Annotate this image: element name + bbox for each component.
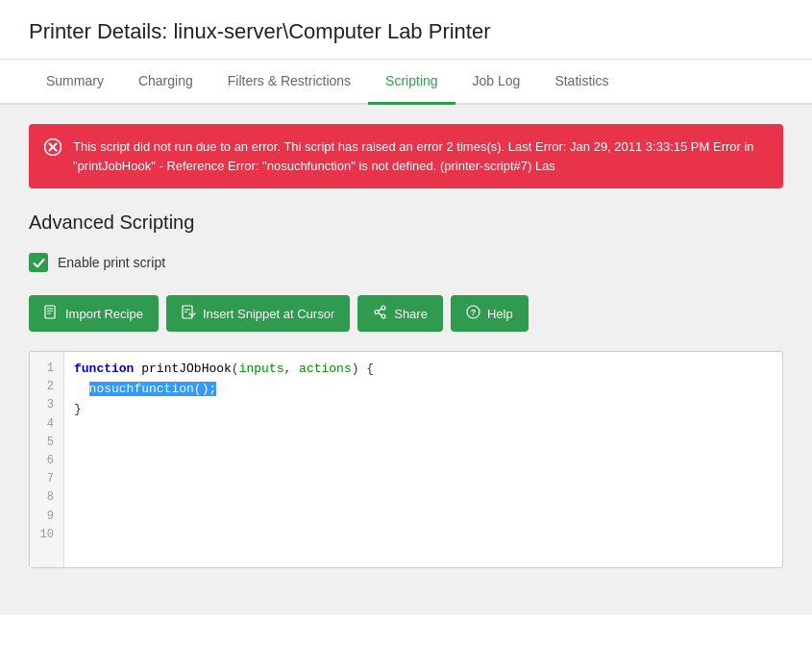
tab-summary[interactable]: Summary: [29, 60, 121, 105]
tab-statistics[interactable]: Statistics: [537, 60, 626, 105]
code-line-1: function printJObHook(inputs, actions) {: [74, 360, 773, 380]
help-icon: ?: [466, 305, 480, 322]
tab-charging[interactable]: Charging: [121, 60, 210, 105]
enable-print-script-checkbox[interactable]: [29, 253, 48, 272]
svg-line-13: [379, 309, 381, 312]
code-content[interactable]: function printJObHook(inputs, actions) {…: [64, 352, 782, 567]
page-wrapper: Printer Details: linux-server\Computer L…: [0, 0, 812, 648]
content-area: This script did not run due to an error.…: [0, 105, 812, 614]
svg-line-14: [379, 313, 381, 316]
help-label: Help: [487, 307, 513, 321]
share-icon: [373, 305, 387, 322]
error-banner: This script did not run due to an error.…: [29, 124, 783, 188]
import-recipe-button[interactable]: Import Recipe: [29, 295, 159, 332]
tab-filters[interactable]: Filters & Restrictions: [210, 60, 368, 105]
svg-point-12: [381, 314, 385, 318]
error-text: This script did not run due to an error.…: [73, 137, 768, 175]
buttons-row: Import Recipe Insert Snippet at Cursor: [29, 295, 783, 332]
line-numbers: 1 2 3 4 5 6 7 8 9 10: [30, 352, 64, 567]
page-header: Printer Details: linux-server\Computer L…: [0, 0, 812, 60]
checkbox-label: Enable print script: [58, 255, 165, 270]
tab-scripting[interactable]: Scripting: [368, 60, 455, 105]
svg-text:?: ?: [471, 308, 477, 317]
insert-snippet-icon: [182, 305, 196, 322]
checkbox-row: Enable print script: [29, 253, 783, 272]
help-button[interactable]: ? Help: [451, 295, 529, 332]
import-recipe-label: Import Recipe: [65, 307, 143, 321]
code-line-2: nosuchfunction();: [74, 380, 773, 400]
code-line-6: [74, 460, 773, 480]
code-line-5: [74, 439, 773, 460]
code-line-4: [74, 419, 773, 439]
code-line-3: }: [74, 400, 773, 420]
tab-joblog[interactable]: Job Log: [455, 60, 538, 105]
insert-snippet-button[interactable]: Insert Snippet at Cursor: [166, 295, 350, 332]
svg-rect-3: [45, 306, 55, 318]
code-line-8: [74, 500, 773, 520]
section-title: Advanced Scripting: [29, 212, 783, 234]
svg-point-10: [375, 311, 379, 314]
code-line-7: [74, 480, 773, 500]
code-line-10: [74, 539, 773, 560]
page-title: Printer Details: linux-server\Computer L…: [29, 19, 783, 44]
code-editor[interactable]: 1 2 3 4 5 6 7 8 9 10 function printJObHo…: [29, 351, 783, 568]
insert-snippet-label: Insert Snippet at Cursor: [203, 307, 334, 321]
code-line-9: [74, 519, 773, 539]
import-recipe-icon: [44, 305, 59, 322]
share-button[interactable]: Share: [357, 295, 443, 332]
tabs-bar: Summary Charging Filters & Restrictions …: [0, 60, 812, 105]
svg-point-11: [381, 306, 385, 310]
error-icon: [44, 138, 62, 161]
share-label: Share: [394, 307, 428, 321]
